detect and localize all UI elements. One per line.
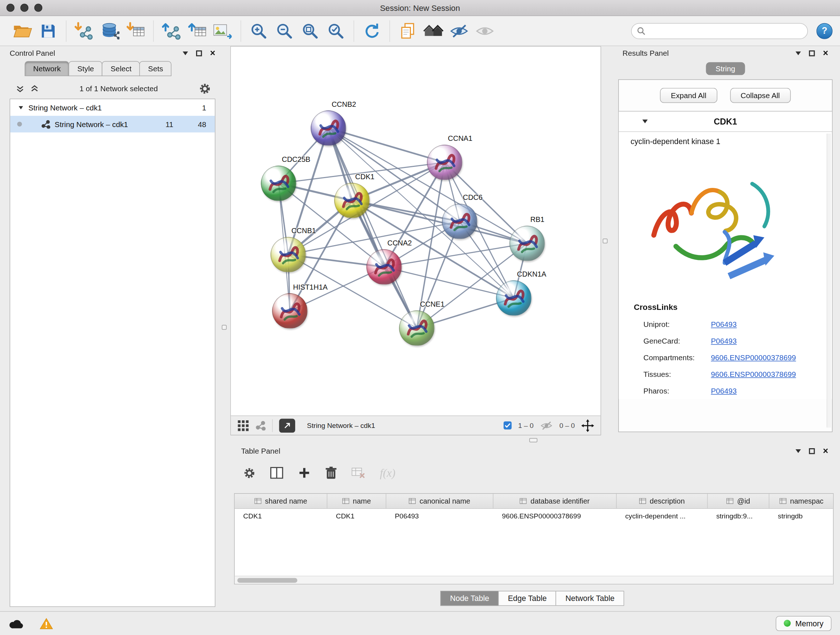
import-network-database-button[interactable] <box>97 19 123 43</box>
table-cell[interactable]: cyclin-dependent ... <box>617 512 708 520</box>
network-overview-icon[interactable] <box>256 421 265 431</box>
gear-icon[interactable] <box>199 82 211 95</box>
table-cell[interactable]: 9606.ENSP00000378699 <box>493 512 617 520</box>
tab-network[interactable]: Network <box>25 61 69 76</box>
memory-button[interactable]: Memory <box>775 616 832 631</box>
tab-select[interactable]: Select <box>102 61 140 76</box>
network-node-ccne1[interactable] <box>399 310 434 346</box>
column-header-canonical-name[interactable]: canonical name <box>386 494 493 508</box>
show-all-button[interactable] <box>472 19 498 43</box>
network-node-hist1h1a[interactable] <box>272 293 308 329</box>
section-expander-icon[interactable] <box>643 119 648 123</box>
save-session-button[interactable] <box>35 19 61 43</box>
network-row[interactable]: String Network – cdk1 11 48 <box>10 116 215 133</box>
selected-checkbox[interactable] <box>504 421 512 429</box>
cloud-icon[interactable] <box>9 618 24 629</box>
network-node-rb1[interactable] <box>509 226 545 261</box>
minimize-window-button[interactable] <box>20 4 28 11</box>
hide-selected-button[interactable] <box>447 19 472 43</box>
function-builder-icon[interactable]: f(x) <box>380 466 395 480</box>
crosslink-value[interactable]: P06493 <box>711 386 737 395</box>
close-panel-icon[interactable]: × <box>210 49 216 57</box>
open-session-button[interactable] <box>10 19 35 43</box>
tab-sets[interactable]: Sets <box>140 61 172 76</box>
table-settings-gear-icon[interactable] <box>243 467 256 479</box>
network-node-cdc25b[interactable] <box>261 166 296 201</box>
add-column-icon[interactable] <box>298 466 311 479</box>
crosslink-value[interactable]: 9606.ENSP00000378699 <box>711 370 796 378</box>
table-cell[interactable]: stringdb <box>769 512 834 520</box>
show-columns-icon[interactable] <box>270 467 283 479</box>
import-table-button[interactable] <box>123 19 148 43</box>
bottom-splitter-handle[interactable] <box>529 438 537 442</box>
panel-menu-icon[interactable] <box>183 51 188 55</box>
collapse-all-button[interactable]: Collapse All <box>730 88 791 103</box>
expand-all-button[interactable]: Expand All <box>660 88 717 103</box>
float-panel-icon[interactable] <box>809 448 815 454</box>
float-panel-icon[interactable] <box>196 50 202 56</box>
delete-column-icon[interactable] <box>325 466 337 479</box>
network-collection-row[interactable]: String Network – cdk1 1 <box>10 99 215 116</box>
network-node-ccna2[interactable] <box>366 249 402 285</box>
copy-button[interactable] <box>395 19 420 43</box>
network-node-cdkn1a[interactable] <box>496 280 531 316</box>
expand-all-icon[interactable] <box>30 84 38 92</box>
network-node-cdk1[interactable] <box>334 183 370 218</box>
network-canvas[interactable]: CCNB2CCNA1CDC25BCDK1CDC6RB1CCNB1CCNA2CDK… <box>231 47 600 416</box>
help-button[interactable]: ? <box>816 23 832 39</box>
network-node-ccna1[interactable] <box>427 145 462 180</box>
import-network-file-button[interactable] <box>71 19 97 43</box>
tab-node-table[interactable]: Node Table <box>440 591 499 606</box>
crosslink-value[interactable]: P06493 <box>711 336 737 345</box>
maximize-window-button[interactable] <box>34 4 42 11</box>
crosslink-value[interactable]: P06493 <box>711 320 737 328</box>
warning-icon[interactable] <box>40 617 53 629</box>
home-button[interactable] <box>421 19 447 43</box>
column-header-name[interactable]: name <box>327 494 386 508</box>
zoom-fit-button[interactable] <box>297 19 323 43</box>
table-cell[interactable]: P06493 <box>386 512 493 520</box>
network-node-cdc6[interactable] <box>442 204 477 239</box>
search-box[interactable] <box>631 23 808 39</box>
close-panel-icon[interactable]: × <box>823 447 829 455</box>
left-splitter-handle[interactable] <box>222 325 226 329</box>
gene-section-header[interactable]: CDK1 <box>619 111 832 132</box>
table-cell[interactable]: CDK1 <box>327 512 386 520</box>
export-image-button[interactable] <box>210 19 236 43</box>
pan-crosshair-icon[interactable] <box>581 419 594 432</box>
zoom-in-button[interactable] <box>246 19 272 43</box>
table-horizontal-scrollbar[interactable] <box>235 576 833 584</box>
grid-view-icon[interactable] <box>237 420 249 432</box>
zoom-out-button[interactable] <box>272 19 297 43</box>
export-table-button[interactable] <box>184 19 210 43</box>
tab-string[interactable]: String <box>706 62 745 75</box>
tree-expander-icon[interactable] <box>19 106 23 109</box>
search-input[interactable] <box>650 27 802 35</box>
column-header-database-identifier[interactable]: database identifier <box>493 494 617 508</box>
crosslink-value[interactable]: 9606.ENSP00000378699 <box>711 353 796 362</box>
collapse-all-icon[interactable] <box>16 84 24 92</box>
column-header-description[interactable]: description <box>617 494 708 508</box>
export-network-button[interactable] <box>158 19 184 43</box>
tab-network-table[interactable]: Network Table <box>556 591 624 606</box>
detach-view-button[interactable] <box>279 418 295 432</box>
scrollbar-thumb[interactable] <box>237 578 297 583</box>
column-header-shared-name[interactable]: shared name <box>235 494 327 508</box>
table-row[interactable]: CDK1CDK1P064939606.ENSP00000378699cyclin… <box>235 509 833 523</box>
apply-layout-button[interactable] <box>359 19 385 43</box>
results-scrollbar[interactable] <box>827 134 831 428</box>
network-node-ccnb2[interactable] <box>311 111 346 146</box>
panel-menu-icon[interactable] <box>796 449 801 453</box>
right-splitter-handle[interactable] <box>603 239 607 243</box>
delete-table-icon[interactable] <box>351 467 365 478</box>
table-cell[interactable]: CDK1 <box>235 512 327 520</box>
panel-menu-icon[interactable] <box>796 51 801 55</box>
network-node-ccnb1[interactable] <box>271 237 306 272</box>
close-panel-icon[interactable]: × <box>823 49 829 57</box>
column-header-namespac[interactable]: namespac <box>769 494 834 508</box>
column-header--id[interactable]: @id <box>707 494 769 508</box>
table-cell[interactable]: stringdb:9... <box>707 512 769 520</box>
float-panel-icon[interactable] <box>809 50 815 56</box>
tab-edge-table[interactable]: Edge Table <box>498 591 556 606</box>
tab-style[interactable]: Style <box>69 61 103 76</box>
